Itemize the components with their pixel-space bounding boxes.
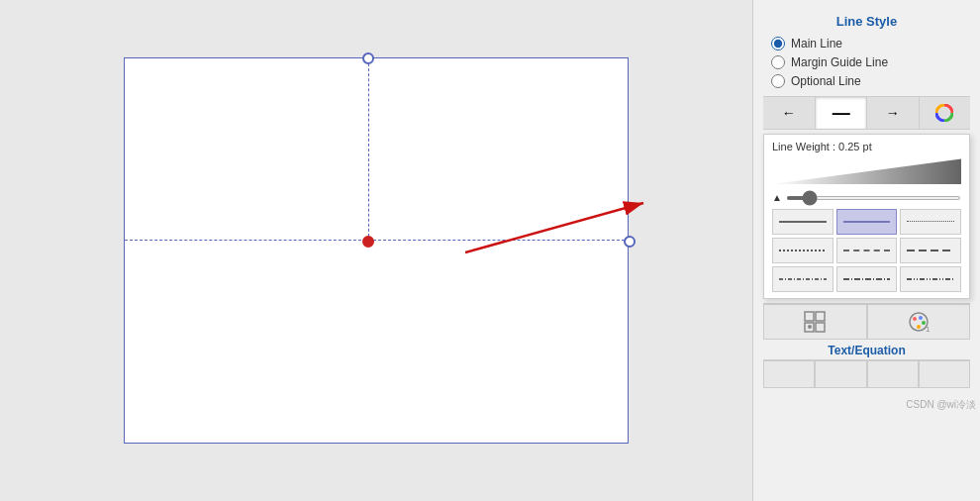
radio-margin-guide-input[interactable]	[771, 55, 785, 69]
line-style-long-dash[interactable]	[900, 238, 961, 263]
weight-triangle-svg	[772, 156, 961, 184]
svg-point-8	[808, 325, 812, 329]
weight-slider[interactable]	[786, 196, 961, 200]
svg-point-11	[919, 316, 923, 320]
line-style-dashed-med[interactable]	[836, 238, 898, 263]
wrench-grid-icon	[803, 310, 827, 334]
handle-right[interactable]	[624, 236, 636, 248]
line-weight-panel: Line Weight : 0.25 pt ▲	[763, 134, 970, 299]
handle-center[interactable]	[362, 236, 374, 248]
text-eq-btn-3[interactable]	[867, 360, 919, 388]
canvas-area	[0, 0, 752, 501]
line-weight-label: Line Weight : 0.25 pt	[772, 141, 961, 152]
palette-button[interactable]: 1	[867, 304, 971, 340]
canvas-paper	[124, 57, 629, 444]
radio-optional-line-label: Optional Line	[791, 74, 861, 88]
line-style-dashdotdot[interactable]	[900, 266, 961, 292]
radio-main-line[interactable]: Main Line	[771, 37, 962, 50]
line-style-solid-selected[interactable]	[836, 209, 898, 235]
radio-margin-guide-label: Margin Guide Line	[791, 55, 888, 69]
text-eq-btn-1[interactable]	[763, 360, 815, 388]
bottom-toolbar: 1	[763, 303, 970, 340]
handle-top[interactable]	[362, 52, 374, 64]
vertical-dashed-line	[368, 58, 369, 242]
svg-rect-5	[816, 312, 825, 321]
text-equation-toolbar	[763, 359, 970, 388]
svg-rect-4	[805, 312, 814, 321]
svg-text:1: 1	[926, 325, 931, 334]
svg-point-10	[913, 317, 917, 321]
color-wheel-icon	[935, 104, 953, 122]
horizontal-dashed-line	[125, 240, 630, 241]
line-style-grid	[772, 209, 961, 292]
text-equation-title: Text/Equation	[763, 340, 970, 359]
palette-1-icon: 1	[907, 310, 931, 334]
weight-slider-row: ▲	[772, 192, 961, 203]
line-style-toolbar: ← — →	[763, 96, 970, 130]
radio-optional-line-input[interactable]	[771, 74, 785, 88]
right-panel: Line Style Main Line Margin Guide Line O…	[752, 0, 980, 501]
line-style-radio-group: Main Line Margin Guide Line Optional Lin…	[763, 37, 970, 96]
line-style-dashdot-2[interactable]	[836, 266, 898, 292]
text-eq-btn-4[interactable]	[919, 360, 970, 388]
svg-rect-7	[816, 323, 825, 332]
radio-main-line-input[interactable]	[771, 37, 785, 50]
svg-marker-3	[772, 156, 961, 184]
arrow-left-button[interactable]: ←	[763, 97, 816, 129]
slider-left-arrow[interactable]: ▲	[772, 192, 782, 203]
color-swatch-button[interactable]	[920, 97, 971, 129]
text-eq-btn-2[interactable]	[815, 360, 866, 388]
line-style-dashdot-1[interactable]	[772, 266, 833, 292]
line-style-section: Line Style Main Line Margin Guide Line O…	[753, 0, 980, 396]
line-style-dotted-fine[interactable]	[900, 209, 961, 235]
wrench-grid-button[interactable]	[763, 304, 867, 340]
line-style-dots[interactable]	[772, 238, 833, 263]
radio-margin-guide[interactable]: Margin Guide Line	[771, 55, 962, 69]
radio-main-line-label: Main Line	[791, 37, 842, 50]
panel-title: Line Style	[763, 8, 970, 37]
line-style-plain[interactable]	[772, 209, 833, 235]
dash-center-button[interactable]: —	[816, 97, 868, 129]
radio-optional-line[interactable]: Optional Line	[771, 74, 962, 88]
weight-visual	[772, 156, 961, 188]
svg-point-13	[917, 325, 921, 329]
watermark: CSDN @wi冷淡	[753, 396, 980, 414]
arrow-right-button[interactable]: →	[867, 97, 920, 129]
